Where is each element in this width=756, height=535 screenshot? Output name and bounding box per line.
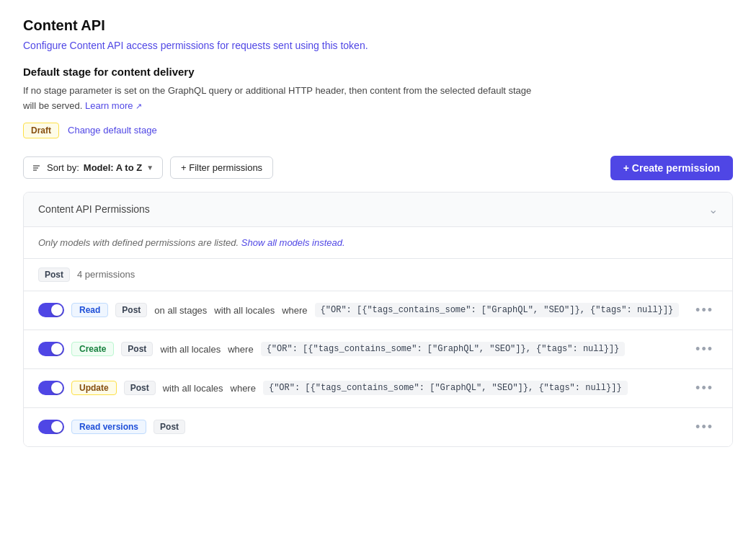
permission-actions-button[interactable]: ••• <box>691 379 718 397</box>
permission-toggle[interactable] <box>38 342 64 356</box>
permission-row: Read Post on all stages with all locales… <box>24 291 732 330</box>
permission-row: Read versions Post ••• <box>24 408 732 446</box>
permission-type-badge: Create <box>71 342 114 356</box>
permission-row: Create Post with all locales where {"OR"… <box>24 330 732 369</box>
learn-more-link[interactable]: Learn more ↗ <box>85 100 142 111</box>
sort-icon <box>32 163 43 173</box>
toolbar: Sort by: Model: A to Z ▼ + Filter permis… <box>23 156 733 180</box>
permission-type-badge: Read <box>71 303 108 317</box>
external-link-icon: ↗ <box>135 102 142 110</box>
show-all-models-link[interactable]: Show all models instead. <box>241 237 345 248</box>
sort-value: Model: A to Z <box>84 162 142 173</box>
permission-type-badge: Update <box>71 381 117 395</box>
permission-actions-button[interactable]: ••• <box>691 340 718 358</box>
section-title: Default stage for content delivery <box>23 66 733 78</box>
permission-toggle[interactable] <box>38 303 64 317</box>
permissions-section: Content API Permissions ⌄ Only models wi… <box>23 192 733 447</box>
page-subtitle: Configure Content API access permissions… <box>23 40 733 51</box>
model-header-row: Post 4 permissions <box>24 259 732 291</box>
permissions-header-label: Content API Permissions <box>38 203 150 215</box>
model-name-badge: Post <box>38 268 70 282</box>
permission-row: Update Post with all locales where {"OR"… <box>24 369 732 408</box>
draft-badge: Draft <box>23 123 59 138</box>
permission-actions-button[interactable]: ••• <box>691 301 718 319</box>
change-default-stage-link[interactable]: Change default stage <box>68 125 157 136</box>
filter-button[interactable]: + Filter permissions <box>170 156 273 179</box>
collapse-icon[interactable]: ⌄ <box>708 203 718 216</box>
permission-model-badge: Post <box>124 381 156 395</box>
draft-row: Draft Change default stage <box>23 123 733 138</box>
toolbar-left: Sort by: Model: A to Z ▼ + Filter permis… <box>23 156 273 179</box>
permission-type-badge: Read versions <box>71 420 146 434</box>
permission-toggle[interactable] <box>38 381 64 395</box>
page-title: Content API <box>23 17 733 34</box>
permission-rows-container: Read Post on all stages with all locales… <box>24 291 732 446</box>
permission-toggle[interactable] <box>38 420 64 434</box>
permission-model-badge: Post <box>115 303 147 317</box>
permission-model-badge: Post <box>121 342 153 356</box>
sort-label: Sort by: <box>47 162 79 173</box>
model-permissions-count: 4 permissions <box>77 269 135 280</box>
stage-description: If no stage parameter is set on the Grap… <box>23 84 542 114</box>
notice-row: Only models with defined permissions are… <box>24 227 732 259</box>
chevron-down-icon: ▼ <box>146 164 154 172</box>
create-permission-button[interactable]: + Create permission <box>610 156 733 180</box>
sort-button[interactable]: Sort by: Model: A to Z ▼ <box>23 156 163 179</box>
permissions-header: Content API Permissions ⌄ <box>24 193 732 227</box>
permission-actions-button[interactable]: ••• <box>691 418 718 436</box>
permission-model-badge: Post <box>154 420 185 434</box>
